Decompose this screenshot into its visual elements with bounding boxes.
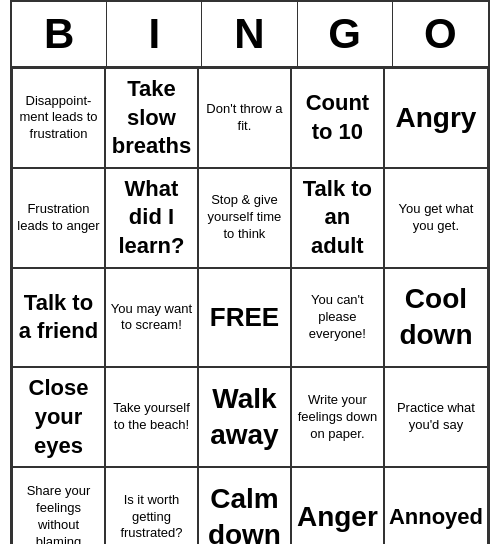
bingo-grid: Disappoint-ment leads to frustrationTake… xyxy=(12,68,488,544)
header-letter: B xyxy=(12,2,107,66)
bingo-cell: Walk away xyxy=(198,367,291,467)
bingo-cell: Cool down xyxy=(384,268,488,368)
bingo-cell: Write your feelings down on paper. xyxy=(291,367,384,467)
bingo-cell: Count to 10 xyxy=(291,68,384,168)
header-letter: N xyxy=(202,2,297,66)
bingo-cell: What did I learn? xyxy=(105,168,198,268)
bingo-cell: You get what you get. xyxy=(384,168,488,268)
bingo-cell: Anger xyxy=(291,467,384,544)
bingo-cell: Angry xyxy=(384,68,488,168)
bingo-cell: Frustration leads to anger xyxy=(12,168,105,268)
bingo-cell: You can't please everyone! xyxy=(291,268,384,368)
bingo-card: BINGO Disappoint-ment leads to frustrati… xyxy=(10,0,490,544)
bingo-cell: Share your feelings without blaming xyxy=(12,467,105,544)
bingo-cell: Annoyed xyxy=(384,467,488,544)
header-letter: G xyxy=(298,2,393,66)
bingo-cell: Stop & give yourself time to think xyxy=(198,168,291,268)
bingo-cell: Practice what you'd say xyxy=(384,367,488,467)
bingo-cell: Close your eyes xyxy=(12,367,105,467)
bingo-cell: Talk to an adult xyxy=(291,168,384,268)
header-letter: I xyxy=(107,2,202,66)
bingo-cell: Take yourself to the beach! xyxy=(105,367,198,467)
bingo-header: BINGO xyxy=(12,2,488,68)
bingo-cell: Calm down xyxy=(198,467,291,544)
bingo-cell: Take slow breaths xyxy=(105,68,198,168)
header-letter: O xyxy=(393,2,488,66)
bingo-cell: Disappoint-ment leads to frustration xyxy=(12,68,105,168)
bingo-cell: FREE xyxy=(198,268,291,368)
bingo-cell: Is it worth getting frustrated? xyxy=(105,467,198,544)
bingo-cell: You may want to scream! xyxy=(105,268,198,368)
bingo-cell: Don't throw a fit. xyxy=(198,68,291,168)
bingo-cell: Talk to a friend xyxy=(12,268,105,368)
